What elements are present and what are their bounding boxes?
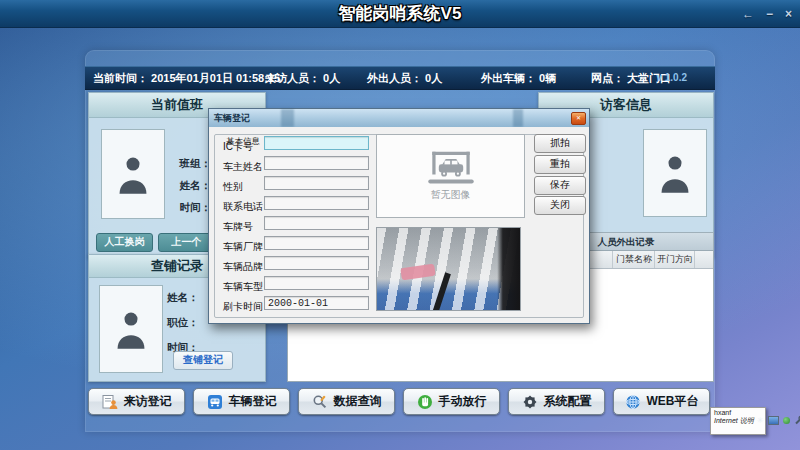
system-tray: ✳ <box>757 415 800 425</box>
duty-fields: 班组： 姓名： 时间： <box>143 157 211 223</box>
vehicle-register-dialog: 车辆登记 ✕ 基本信息 IC卡号 车主姓名 性别 联系电话 车牌号 车辆厂牌 车… <box>208 108 590 324</box>
vehicle-register-button[interactable]: 车辆登记 <box>193 388 290 415</box>
dialog-title: 车辆登记 <box>214 109 250 127</box>
duty-team-label: 班组： <box>143 157 211 171</box>
camera-scene-object <box>429 272 451 311</box>
status-bar: 当前时间： 2015年01月01日 01:58:15 来访人员： 0人 外出人员… <box>85 66 715 90</box>
gender-input[interactable] <box>264 176 369 190</box>
wrench-icon[interactable] <box>794 415 800 425</box>
manual-shift-button[interactable]: 人工换岗 <box>96 233 153 252</box>
titlebar-glass-streak <box>281 109 294 127</box>
web-platform-icon <box>625 394 641 410</box>
person-icon <box>658 151 692 195</box>
tooltip-line2: Internet 说明 <box>714 416 762 426</box>
status-out-vehicle-count: 外出车辆： 0辆 <box>481 67 556 89</box>
vehicle-register-icon <box>207 394 223 410</box>
visitor-register-icon <box>102 394 118 410</box>
system-config-icon <box>522 394 538 410</box>
field-row-phone: 联系电话 <box>223 196 263 210</box>
retake-button[interactable]: 重拍 <box>534 155 586 174</box>
column-door-name: 门禁名称 <box>612 251 655 268</box>
no-image-panel: 暂无图像 <box>376 134 525 218</box>
manual-release-icon <box>417 394 433 410</box>
duty-time-label: 时间： <box>143 201 211 215</box>
camera-preview <box>376 227 521 311</box>
patrol-position-label: 职位： <box>167 316 199 330</box>
manual-release-button[interactable]: 手动放行 <box>403 388 500 415</box>
web-platform-button[interactable]: WEB平台 <box>613 388 710 415</box>
column-door-direction: 开门方向 <box>654 251 695 268</box>
status-visitor-count: 来访人员： 0人 <box>265 67 340 89</box>
duty-name-label: 姓名： <box>143 179 211 193</box>
camera-scene-object <box>400 264 435 281</box>
save-button[interactable]: 保存 <box>534 176 586 195</box>
patrol-register-button[interactable]: 查铺登记 <box>173 351 233 370</box>
field-row-owner-name: 车主姓名 <box>223 156 263 170</box>
field-row-vehicle-brand: 车辆品牌 <box>223 256 263 270</box>
patrol-name-label: 姓名： <box>167 291 199 305</box>
minimize-icon[interactable]: − <box>766 7 773 21</box>
version-label: v 1.0.2 <box>656 67 687 89</box>
screen: 智能岗哨系统V5 ← − × 当前时间： 2015年01月01日 01:58:1… <box>0 0 800 450</box>
visitor-avatar <box>643 129 707 217</box>
no-image-text: 暂无图像 <box>431 188 471 202</box>
field-row-swipe-time: 刷卡时间 <box>223 296 263 310</box>
person-icon <box>114 307 148 351</box>
dialog-close-icon[interactable]: ✕ <box>571 112 586 125</box>
close-button[interactable]: 关闭 <box>534 196 586 215</box>
car-scan-icon <box>425 150 477 186</box>
status-current-time: 当前时间： 2015年01月01日 01:58:15 <box>93 67 280 89</box>
previous-button[interactable]: 上一个 <box>158 233 215 252</box>
system-config-button[interactable]: 系统配置 <box>508 388 605 415</box>
visitor-register-button[interactable]: 来访登记 <box>88 388 185 415</box>
monitor-icon[interactable] <box>768 416 779 425</box>
swipe-time-input[interactable] <box>264 296 369 310</box>
dialog-titlebar[interactable]: 车辆登记 ✕ <box>209 109 589 128</box>
patrol-avatar <box>99 285 163 373</box>
field-row-ic-card: IC卡号 <box>223 136 253 150</box>
status-out-person-count: 外出人员： 0人 <box>367 67 442 89</box>
field-row-plate-number: 车牌号 <box>223 216 253 230</box>
main-titlebar: 智能岗哨系统V5 ← − × <box>0 0 800 28</box>
phone-input[interactable] <box>264 196 369 210</box>
data-query-button[interactable]: 数据查询 <box>298 388 395 415</box>
close-icon[interactable]: × <box>785 7 792 21</box>
vehicle-maker-input[interactable] <box>264 236 369 250</box>
vehicle-model-input[interactable] <box>264 276 369 290</box>
window-controls: ← − × <box>742 0 792 27</box>
back-icon[interactable]: ← <box>742 7 754 21</box>
status-dot-icon[interactable] <box>783 417 790 424</box>
tooltip-line1: hxanf <box>714 409 762 416</box>
capture-button[interactable]: 抓拍 <box>534 134 586 153</box>
data-query-icon <box>312 394 328 410</box>
cursor-star-icon[interactable]: ✳ <box>757 416 764 425</box>
vehicle-brand-input[interactable] <box>264 256 369 270</box>
ic-card-input[interactable] <box>264 136 369 150</box>
app-title: 智能岗哨系统V5 <box>0 0 800 27</box>
column-extra <box>694 251 713 268</box>
field-row-vehicle-maker: 车辆厂牌 <box>223 236 263 250</box>
owner-name-input[interactable] <box>264 156 369 170</box>
field-row-gender: 性别 <box>223 176 243 190</box>
dialog-body: 基本信息 IC卡号 车主姓名 性别 联系电话 车牌号 车辆厂牌 车辆品牌 车辆车… <box>209 127 589 323</box>
titlebar-glass-streak <box>513 109 523 127</box>
plate-number-input[interactable] <box>264 216 369 230</box>
field-row-vehicle-model: 车辆车型 <box>223 276 263 290</box>
